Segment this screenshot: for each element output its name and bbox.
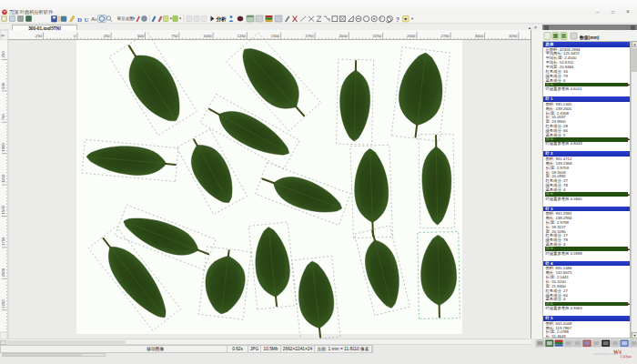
svg-text:万深检测: 万深检测: [620, 355, 632, 359]
svg-text:1250: 1250: [1, 174, 5, 183]
svg-text:2000: 2000: [339, 34, 348, 38]
svg-text:0: 0: [74, 34, 76, 38]
svg-text:1250: 1250: [238, 34, 247, 38]
svg-text:1500: 1500: [1, 206, 5, 215]
svg-text:-250: -250: [35, 34, 43, 38]
svg-text:1000: 1000: [203, 34, 212, 38]
svg-text:750: 750: [1, 114, 5, 121]
svg-text:1500: 1500: [271, 34, 280, 38]
svg-text:1750: 1750: [305, 34, 314, 38]
svg-text:750: 750: [171, 34, 178, 38]
svg-text:250: 250: [1, 51, 5, 58]
svg-text:2250: 2250: [373, 34, 382, 38]
svg-text:px: px: [1, 34, 5, 37]
svg-text:250: 250: [104, 34, 111, 38]
svg-text:1000: 1000: [1, 143, 5, 152]
svg-text:500: 500: [1, 82, 5, 89]
svg-text:3000: 3000: [475, 34, 484, 38]
svg-text:数值(mm): 数值(mm): [579, 35, 600, 40]
svg-text:2000: 2000: [1, 268, 5, 277]
svg-text:1750: 1750: [1, 237, 5, 246]
svg-text:2750: 2750: [440, 34, 450, 38]
svg-text:2500: 2500: [407, 34, 416, 38]
svg-text:2250: 2250: [1, 299, 5, 308]
svg-text:3250: 3250: [509, 34, 518, 38]
